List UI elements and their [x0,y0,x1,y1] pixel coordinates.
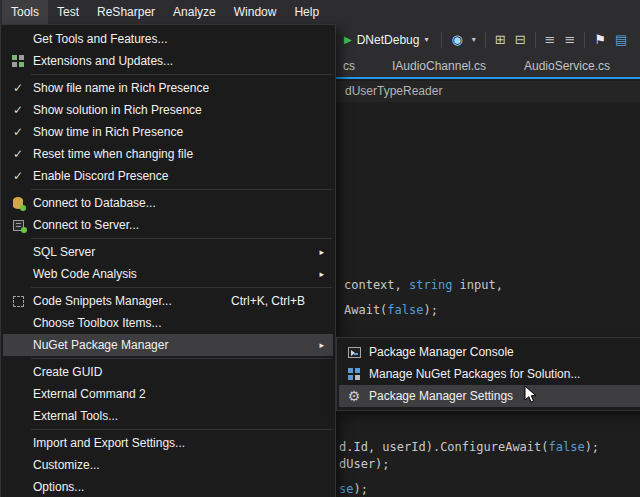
icon-gutter [3,220,33,231]
tab-audioservice[interactable]: AudioService.cs [520,55,614,77]
chevron-down-icon[interactable]: ▾ [472,35,476,44]
menu-item-manage-nuget-packages[interactable]: Manage NuGet Packages for Solution... [339,363,640,385]
menu-separator [31,429,332,430]
code-text: input, [452,278,503,292]
menu-item-show-solution[interactable]: ✓ Show solution in Rich Presence [3,99,333,121]
main-menu-bar: Tools Test ReSharper Analyze Window Help [0,0,640,24]
icon-gutter: ✓ [3,147,33,161]
code-text: ); [423,303,437,317]
menu-item-label: Import and Export Settings... [33,436,185,450]
menu-item-label: Show time in Rich Presence [33,125,183,139]
mouse-cursor [524,385,538,405]
menu-item-label: Package Manager Settings [369,389,513,403]
menu-item-package-manager-console[interactable]: Package Manager Console [339,341,640,363]
server-icon [13,220,24,231]
comment-icon[interactable]: ▤ [615,33,627,46]
code-text: context, [344,278,409,292]
menu-item-shortcut: Ctrl+K, Ctrl+B [231,294,305,308]
indent-increase-icon[interactable]: ≡ [565,33,576,46]
icon-gutter [3,296,33,307]
attach-to-process-icon[interactable]: ◉ [451,33,462,46]
menu-test[interactable]: Test [48,0,88,24]
menu-item-extensions-and-updates[interactable]: Extensions and Updates... [3,50,333,72]
navigation-bar-text[interactable]: dUserTypeReader [345,81,442,102]
menu-item-show-file-name[interactable]: ✓ Show file name in Rich Presence [3,77,333,99]
icon-gutter: ✓ [3,103,33,117]
menu-item-create-guid[interactable]: Create GUID [3,361,333,383]
code-text: false [549,440,585,454]
icon-gutter [339,368,369,380]
menu-item-external-command-2[interactable]: External Command 2 [3,383,333,405]
debug-target-label: DNetDebug [357,33,420,47]
code-text: dUser); [339,457,390,471]
toolbar-separator [441,32,442,48]
menu-item-show-time[interactable]: ✓ Show time in Rich Presence [3,121,333,143]
debug-run-button[interactable]: ▶ DNetDebug ▾ [340,31,432,49]
code-snippets-icon [13,296,24,307]
menu-item-package-manager-settings[interactable]: ⚙ Package Manager Settings [339,385,640,407]
menu-item-label: Code Snippets Manager... [33,294,172,308]
tab-iaudiochannel[interactable]: IAudioChannel.cs [388,55,490,77]
code-text: ); [585,440,599,454]
extensions-icon [12,55,24,67]
toolbar-separator [485,32,486,48]
menu-item-label: External Command 2 [33,387,146,401]
menu-item-label: Manage NuGet Packages for Solution... [369,367,580,381]
icon-gutter: ✓ [3,169,33,183]
tab-partial[interactable]: cs [339,55,359,77]
menu-item-reset-time[interactable]: ✓ Reset time when changing file [3,143,333,165]
code-line: se); [339,482,368,496]
play-icon: ▶ [344,34,352,45]
gear-icon: ⚙ [348,389,361,403]
menu-item-label: Get Tools and Features... [33,32,168,46]
icon-gutter: ✓ [3,81,33,95]
indent-decrease-icon[interactable]: ≡ [545,33,556,46]
menu-tools[interactable]: Tools [2,0,48,24]
menu-item-nuget-package-manager[interactable]: NuGet Package Manager ▸ [3,334,333,356]
code-text: d.Id, userId).ConfigureAwait( [339,440,549,454]
save-all-icon[interactable]: ⊟ [515,33,526,46]
menu-item-enable-discord-presence[interactable]: ✓ Enable Discord Presence [3,165,333,187]
menu-item-label: Connect to Server... [33,218,139,232]
menu-analyze[interactable]: Analyze [164,0,225,24]
code-text: Await( [344,303,387,317]
menu-item-sql-server[interactable]: SQL Server ▸ [3,241,333,263]
menu-item-connect-to-database[interactable]: Connect to Database... [3,192,333,214]
menu-item-get-tools-and-features[interactable]: Get Tools and Features... [3,28,333,50]
submenu-arrow-icon: ▸ [319,247,324,257]
menu-item-label: SQL Server [33,245,95,259]
menu-item-label: Choose Toolbox Items... [33,316,162,330]
menu-separator [31,238,332,239]
code-line: dUser); [339,457,390,471]
submenu-arrow-icon: ▸ [319,340,324,350]
submenu-arrow-icon: ▸ [319,269,324,279]
menu-item-import-export-settings[interactable]: Import and Export Settings... [3,432,333,454]
menu-separator [31,287,332,288]
icon-gutter [3,55,33,67]
menu-help[interactable]: Help [285,0,328,24]
menu-separator [31,74,332,75]
menu-resharper[interactable]: ReSharper [88,0,164,24]
menu-item-customize[interactable]: Customize... [3,454,333,476]
menu-item-label: NuGet Package Manager [33,338,168,352]
bookmark-icon[interactable]: ⚑ [594,33,606,46]
menu-item-connect-to-server[interactable]: Connect to Server... [3,214,333,236]
menu-separator [31,189,332,190]
menu-item-label: Extensions and Updates... [33,54,173,68]
toolbar-separator [584,32,585,48]
icon-gutter [339,347,369,358]
toolbar-separator [535,32,536,48]
menu-item-options[interactable]: Options... [3,476,333,497]
menu-item-external-tools[interactable]: External Tools... [3,405,333,427]
menu-item-code-snippets-manager[interactable]: Code Snippets Manager... Ctrl+K, Ctrl+B [3,290,333,312]
icon-gutter: ⚙ [339,389,369,403]
open-file-icon[interactable]: ⊞ [495,33,506,46]
check-icon: ✓ [13,103,23,117]
icon-gutter: ✓ [3,125,33,139]
menu-item-choose-toolbox-items[interactable]: Choose Toolbox Items... [3,312,333,334]
code-line: context, string input, [344,278,503,292]
menu-item-web-code-analysis[interactable]: Web Code Analysis ▸ [3,263,333,285]
menu-item-label: Create GUID [33,365,102,379]
chevron-down-icon[interactable]: ▾ [424,35,428,44]
menu-window[interactable]: Window [225,0,286,24]
